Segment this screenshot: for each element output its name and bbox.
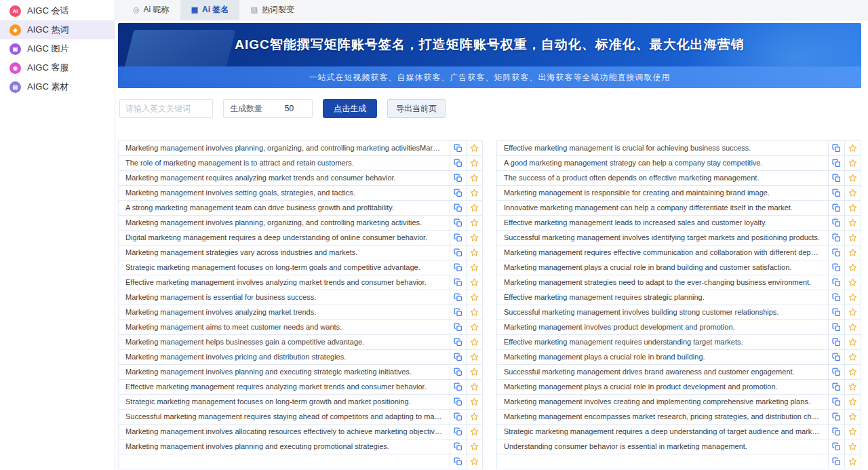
copy-button[interactable] xyxy=(828,395,844,409)
copy-button[interactable] xyxy=(450,335,466,349)
copy-button[interactable] xyxy=(828,260,844,275)
copy-button[interactable] xyxy=(828,410,844,424)
copy-button[interactable] xyxy=(450,290,466,305)
copy-button[interactable] xyxy=(828,380,844,394)
favorite-button[interactable] xyxy=(844,320,861,334)
copy-button[interactable] xyxy=(450,425,466,439)
favorite-button[interactable] xyxy=(844,216,861,230)
copy-button[interactable] xyxy=(828,275,844,290)
copy-button[interactable] xyxy=(828,186,844,200)
favorite-button[interactable] xyxy=(466,186,482,200)
favorite-button[interactable] xyxy=(844,305,861,319)
favorite-button[interactable] xyxy=(844,439,861,454)
copy-button[interactable] xyxy=(450,454,466,469)
copy-button[interactable] xyxy=(828,216,844,230)
sidebar-item-aigc-hotword[interactable]: ◆ AIGC 热词 xyxy=(0,20,115,39)
sidebar-item-aigc-material[interactable]: ▤ AIGC 素材 xyxy=(0,77,115,96)
copy-button[interactable] xyxy=(450,305,466,319)
favorite-button[interactable] xyxy=(466,380,482,394)
favorite-button[interactable] xyxy=(844,246,861,260)
favorite-button[interactable] xyxy=(466,439,482,454)
copy-button[interactable] xyxy=(828,365,844,379)
favorite-button[interactable] xyxy=(844,231,861,245)
copy-button[interactable] xyxy=(828,141,844,155)
tab-hotword-fission[interactable]: ▨ 热词裂变 xyxy=(239,0,304,20)
copy-button[interactable] xyxy=(450,260,466,275)
favorite-button[interactable] xyxy=(466,454,482,469)
favorite-button[interactable] xyxy=(466,350,482,364)
copy-button[interactable] xyxy=(828,425,844,439)
favorite-button[interactable] xyxy=(844,290,861,305)
favorite-button[interactable] xyxy=(466,171,482,185)
favorite-button[interactable] xyxy=(844,395,861,409)
favorite-button[interactable] xyxy=(844,171,861,185)
copy-button[interactable] xyxy=(450,380,466,394)
favorite-button[interactable] xyxy=(466,141,482,155)
favorite-button[interactable] xyxy=(844,335,861,349)
copy-button[interactable] xyxy=(828,439,844,454)
copy-button[interactable] xyxy=(828,246,844,260)
favorite-button[interactable] xyxy=(844,454,861,469)
favorite-button[interactable] xyxy=(844,380,861,394)
copy-button[interactable] xyxy=(450,141,466,155)
generate-count-input[interactable] xyxy=(267,104,312,113)
favorite-button[interactable] xyxy=(844,350,861,364)
favorite-button[interactable] xyxy=(466,365,482,379)
favorite-button[interactable] xyxy=(466,216,482,230)
copy-button[interactable] xyxy=(450,275,466,290)
copy-button[interactable] xyxy=(828,305,844,319)
sidebar-item-aigc-chat[interactable]: AI AIGC 会话 xyxy=(0,1,115,20)
copy-button[interactable] xyxy=(828,350,844,364)
copy-button[interactable] xyxy=(828,320,844,334)
copy-button[interactable] xyxy=(450,231,466,245)
tab-ai-signature[interactable]: ▦ Ai 签名 xyxy=(180,0,240,20)
copy-button[interactable] xyxy=(450,216,466,230)
keyword-input[interactable] xyxy=(119,99,213,118)
favorite-button[interactable] xyxy=(466,246,482,260)
favorite-button[interactable] xyxy=(466,156,482,170)
favorite-button[interactable] xyxy=(466,275,482,290)
favorite-button[interactable] xyxy=(844,156,861,170)
favorite-button[interactable] xyxy=(466,260,482,275)
favorite-button[interactable] xyxy=(844,410,861,424)
copy-button[interactable] xyxy=(828,290,844,305)
copy-button[interactable] xyxy=(450,246,466,260)
sidebar-item-aigc-service[interactable]: ◉ AIGC 客服 xyxy=(0,58,115,77)
favorite-button[interactable] xyxy=(466,425,482,439)
copy-button[interactable] xyxy=(450,201,466,215)
copy-button[interactable] xyxy=(828,454,844,469)
favorite-button[interactable] xyxy=(466,395,482,409)
copy-button[interactable] xyxy=(450,156,466,170)
copy-button[interactable] xyxy=(828,335,844,349)
favorite-button[interactable] xyxy=(844,201,861,215)
favorite-button[interactable] xyxy=(844,425,861,439)
copy-button[interactable] xyxy=(450,395,466,409)
copy-button[interactable] xyxy=(450,171,466,185)
favorite-button[interactable] xyxy=(844,275,861,290)
copy-button[interactable] xyxy=(828,156,844,170)
copy-button[interactable] xyxy=(450,365,466,379)
copy-button[interactable] xyxy=(450,186,466,200)
favorite-button[interactable] xyxy=(844,260,861,275)
favorite-button[interactable] xyxy=(466,290,482,305)
favorite-button[interactable] xyxy=(466,410,482,424)
favorite-button[interactable] xyxy=(466,305,482,319)
copy-button[interactable] xyxy=(828,201,844,215)
copy-button[interactable] xyxy=(828,171,844,185)
favorite-button[interactable] xyxy=(466,335,482,349)
copy-button[interactable] xyxy=(450,320,466,334)
copy-button[interactable] xyxy=(450,439,466,454)
export-page-button[interactable]: 导出当前页 xyxy=(387,99,446,118)
favorite-button[interactable] xyxy=(466,320,482,334)
favorite-button[interactable] xyxy=(466,231,482,245)
copy-button[interactable] xyxy=(828,231,844,245)
favorite-button[interactable] xyxy=(844,365,861,379)
copy-button[interactable] xyxy=(450,410,466,424)
favorite-button[interactable] xyxy=(844,186,861,200)
favorite-button[interactable] xyxy=(466,201,482,215)
tab-ai-nickname[interactable]: ◎ Ai 昵称 xyxy=(122,0,180,20)
generate-button[interactable]: 点击生成 xyxy=(323,99,377,118)
sidebar-item-aigc-image[interactable]: ▣ AIGC 图片 xyxy=(0,39,115,58)
favorite-button[interactable] xyxy=(844,141,861,155)
copy-button[interactable] xyxy=(450,350,466,364)
